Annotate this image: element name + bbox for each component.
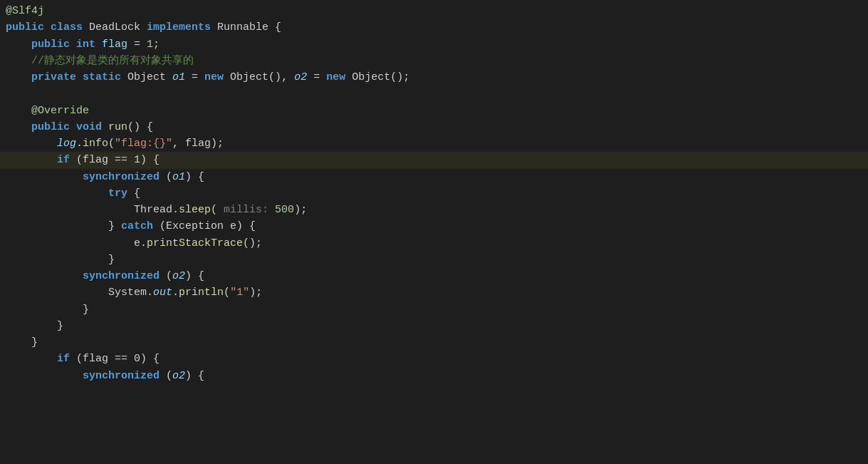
code-token — [6, 152, 57, 168]
code-token: DeadLock — [89, 19, 147, 36]
code-line — [0, 86, 868, 102]
code-token — [6, 103, 31, 119]
code-token: ; — [153, 36, 160, 53]
code-line: if (flag == 1) { — [0, 152, 868, 168]
code-token: public — [31, 119, 76, 135]
code-token: == — [115, 351, 127, 367]
code-line: e.printStackTrace(); — [0, 235, 868, 252]
code-token: Object — [127, 69, 172, 86]
code-token: (Exception e) { — [153, 218, 256, 234]
code-token: private — [31, 69, 83, 86]
code-token: ( — [224, 284, 230, 301]
code-token: new — [204, 69, 230, 86]
code-token: { — [127, 185, 140, 202]
code-line: //静态对象是类的所有对象共享的 — [0, 53, 868, 69]
code-token: } — [31, 334, 38, 351]
code-token — [6, 284, 108, 301]
code-token: (flag — [70, 351, 115, 367]
code-token: . — [172, 284, 179, 301]
code-token: ) { — [185, 169, 204, 185]
code-token: synchronized — [83, 268, 160, 284]
code-line: synchronized (o2) { — [0, 268, 868, 284]
code-token: ( — [160, 268, 172, 284]
code-token: @Override — [31, 103, 89, 119]
code-token — [6, 218, 108, 234]
code-token: if — [57, 351, 70, 367]
code-token: try — [108, 185, 127, 202]
code-token: , — [281, 69, 294, 86]
code-token — [6, 252, 108, 268]
code-token — [6, 368, 83, 384]
code-line: if (flag == 0) { — [0, 351, 868, 367]
code-token: new — [326, 69, 352, 86]
code-token: ) { — [185, 268, 204, 284]
code-token: public — [6, 19, 51, 36]
code-token — [6, 53, 31, 69]
code-line: synchronized (o1) { — [0, 169, 868, 185]
code-token: . — [147, 284, 153, 301]
code-token — [6, 69, 31, 86]
code-line: log.info("flag:{}", flag); — [0, 135, 868, 152]
code-token — [6, 202, 134, 218]
code-token — [6, 235, 134, 252]
code-token: void — [76, 119, 108, 135]
code-token: printStackTrace — [147, 235, 243, 252]
code-line: } — [0, 318, 868, 334]
code-token: sleep — [179, 202, 211, 218]
code-token: 500 — [275, 202, 294, 218]
code-token: } — [83, 301, 89, 318]
code-token: } — [57, 318, 63, 334]
code-token: o2 — [172, 368, 185, 384]
code-token: Thread — [134, 202, 172, 218]
code-line: } catch (Exception e) { — [0, 218, 868, 234]
code-token: == — [115, 152, 127, 168]
code-token: = — [127, 36, 147, 53]
code-line: public class DeadLock implements Runnabl… — [0, 19, 868, 36]
code-token: 1) { — [127, 152, 160, 168]
code-line: Thread.sleep( millis: 500); — [0, 202, 868, 218]
code-token — [6, 119, 31, 135]
code-token: . — [172, 202, 179, 218]
code-line: } — [0, 334, 868, 351]
code-line: private static Object o1 = new Object(),… — [0, 69, 868, 86]
code-token: 0) { — [127, 351, 160, 367]
code-token: out — [153, 284, 172, 301]
code-token: () { — [127, 119, 153, 135]
code-token: implements — [147, 19, 217, 36]
code-token — [6, 334, 31, 351]
code-line: } — [0, 301, 868, 318]
code-token: run — [108, 119, 127, 135]
code-line: try { — [0, 185, 868, 202]
code-editor: @Slf4jpublic class DeadLock implements R… — [0, 0, 868, 464]
code-line: public int flag = 1; — [0, 36, 868, 53]
code-token: , flag); — [172, 135, 224, 152]
code-token: Object() — [352, 69, 403, 86]
code-line: synchronized (o2) { — [0, 368, 868, 384]
code-token: Object() — [230, 69, 281, 86]
code-token — [6, 301, 83, 318]
code-token: e — [134, 235, 140, 252]
code-token: catch — [121, 218, 153, 234]
code-token — [6, 135, 57, 152]
code-token: = — [185, 69, 204, 86]
code-token: } — [108, 218, 121, 234]
code-line: } — [0, 252, 868, 268]
code-token: ; — [403, 69, 409, 86]
code-line: @Override — [0, 103, 868, 119]
code-token: o1 — [172, 69, 185, 86]
code-line: public void run() { — [0, 119, 868, 135]
code-token: (flag — [70, 152, 115, 168]
code-token: synchronized — [83, 368, 160, 384]
code-token: info — [83, 135, 108, 152]
code-token: = — [307, 69, 326, 86]
code-token: . — [140, 235, 147, 252]
code-token: o2 — [172, 268, 185, 284]
code-token: synchronized — [83, 169, 160, 185]
code-token: public — [31, 36, 76, 53]
code-token: class — [51, 19, 89, 36]
code-token: println — [179, 284, 224, 301]
code-token: o1 — [172, 169, 185, 185]
code-token: flag — [102, 36, 127, 53]
code-token — [6, 185, 108, 202]
code-token: } — [108, 252, 115, 268]
